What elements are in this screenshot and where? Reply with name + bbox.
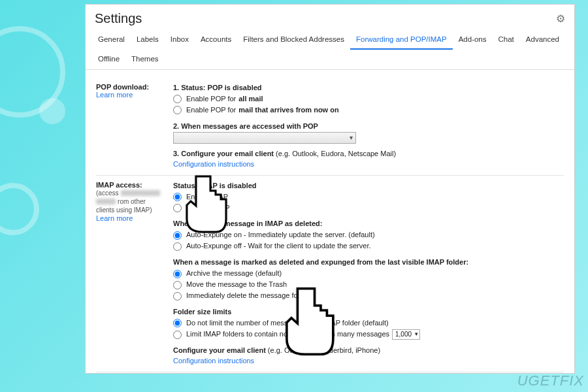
tab-inbox[interactable]: Inbox: [165, 30, 195, 50]
imap-nolimit: Do not limit the number of messages in a…: [186, 318, 389, 329]
tab-themes[interactable]: Themes: [125, 50, 165, 69]
imap-main: Status: IMAP is disabled Enable IMAP Dis…: [173, 181, 564, 367]
imap-sub3: clients using IMAP): [96, 206, 152, 214]
pop-learn-more-link[interactable]: Learn more: [96, 91, 133, 99]
pop-configure-eg: (e.g. Outlook, Eudora, Netscape Mail): [276, 150, 396, 157]
page-title: Settings: [95, 11, 142, 26]
imap-expunge-title: When a message is marked as deleted and …: [173, 258, 468, 266]
header: Settings ⚙: [86, 5, 574, 30]
imap-autoexpunge-off: Auto-Expunge off - Wait for the client t…: [186, 241, 371, 252]
pop-enable-now-radio[interactable]: [173, 106, 182, 114]
pop-config-link[interactable]: Configuration instructions: [173, 160, 254, 168]
pop-main: 1. Status: POP is disabled Enable POP fo…: [173, 83, 564, 170]
pop-configure-label: 3. Configure your email client: [173, 150, 276, 157]
imap-title: IMAP access:: [96, 181, 142, 189]
imap-delete: Immediately delete the message forever: [186, 291, 314, 301]
imap-trash-radio[interactable]: [173, 281, 182, 289]
imap-disable-radio[interactable]: [173, 204, 182, 212]
pop-enable-now-pre: Enable POP for: [186, 105, 236, 116]
tab-filters[interactable]: Filters and Blocked Addresses: [237, 30, 350, 50]
pop-side: POP download: Learn more: [96, 83, 173, 170]
imap-nolimit-radio[interactable]: [173, 319, 182, 327]
tab-offline[interactable]: Offline: [92, 50, 125, 69]
bg-circle: [0, 183, 39, 235]
imap-autoexpunge-off-radio[interactable]: [173, 242, 182, 251]
pop-enable-now-b: mail that arrives from now on: [238, 105, 338, 116]
settings-body: POP download: Learn more 1. Status: POP …: [86, 70, 574, 374]
redacted: [121, 190, 160, 196]
pop-enable-all-pre: Enable POP for: [186, 94, 236, 105]
imap-status-label: Status:: [173, 182, 197, 189]
imap-disable-label: Disable IMAP: [186, 203, 230, 214]
imap-folder-title: Folder size limits: [173, 308, 231, 316]
imap-trash: Move the message to the Trash: [186, 280, 287, 290]
imap-side: IMAP access: (access rom other clients u…: [96, 181, 173, 367]
imap-config-link[interactable]: Configuration instructions: [173, 357, 254, 365]
redacted: [96, 199, 116, 204]
imap-section: IMAP access: (access rom other clients u…: [96, 175, 564, 372]
bg-circle: [39, 98, 65, 124]
imap-enable-radio[interactable]: [173, 193, 182, 201]
imap-status-value: IMAP is disabled: [199, 182, 256, 189]
imap-learn-more-link[interactable]: Learn more: [96, 214, 133, 222]
imap-configure-eg: (e.g. Outlook, Thunderbird, iPhone): [268, 346, 380, 354]
button-row: Save Changes Cancel: [96, 372, 564, 374]
imap-autoexpunge-on: Auto-Expunge on - Immediately update the…: [186, 230, 375, 240]
pop-status-label: 1. Status:: [173, 84, 206, 91]
tabs: General Labels Inbox Accounts Filters an…: [86, 30, 574, 70]
imap-archive: Archive the message (default): [186, 269, 282, 279]
pop-enable-all-radio[interactable]: [173, 95, 182, 103]
tab-addons[interactable]: Add-ons: [453, 30, 493, 50]
imap-mark-deleted-title: When I mark a message in IMAP as deleted…: [173, 220, 322, 227]
imap-enable-label: Enable IMAP: [186, 192, 228, 203]
imap-archive-radio[interactable]: [173, 270, 182, 278]
watermark: UGETFIX: [517, 372, 584, 389]
imap-autoexpunge-on-radio[interactable]: [173, 231, 182, 240]
tab-labels[interactable]: Labels: [131, 30, 165, 50]
pop-action-select[interactable]: [173, 132, 356, 144]
gear-icon[interactable]: ⚙: [556, 12, 565, 25]
tab-forwarding[interactable]: Forwarding and POP/IMAP: [350, 30, 453, 50]
pop-title: POP download:: [96, 83, 149, 91]
imap-sub1: (access: [96, 189, 118, 197]
imap-limit-select[interactable]: 1,000: [392, 329, 420, 340]
imap-limit-pre: Limit IMAP folders to contain no more th…: [186, 329, 389, 340]
pop-enable-all-b: all mail: [238, 94, 263, 105]
pop-section: POP download: Learn more 1. Status: POP …: [96, 78, 564, 175]
imap-configure-label: Configure your email client: [173, 346, 268, 354]
tab-accounts[interactable]: Accounts: [195, 30, 237, 50]
pop-status-value: POP is disabled: [208, 84, 262, 91]
imap-sub2: rom other: [118, 198, 146, 205]
tab-advanced[interactable]: Advanced: [520, 30, 565, 50]
settings-panel: Settings ⚙ General Labels Inbox Accounts…: [85, 4, 575, 374]
imap-delete-radio[interactable]: [173, 292, 182, 301]
imap-limit-radio[interactable]: [173, 331, 182, 339]
tab-general[interactable]: General: [92, 30, 131, 50]
tab-chat[interactable]: Chat: [493, 30, 520, 50]
pop-when-accessed: 2. When messages are accessed with POP: [173, 122, 318, 130]
